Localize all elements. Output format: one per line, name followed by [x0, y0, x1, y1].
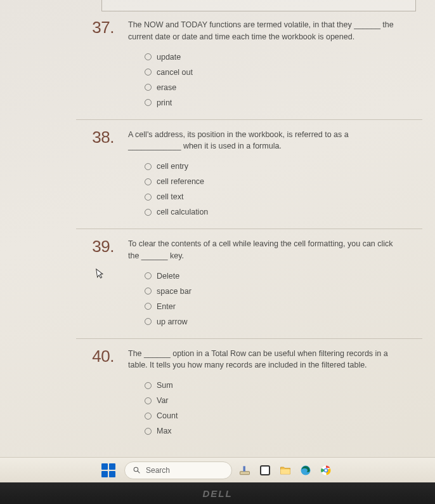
option[interactable]: Count: [145, 408, 403, 423]
option-label: Var: [157, 396, 169, 405]
option-label: erase: [157, 83, 176, 92]
option[interactable]: space bar: [145, 284, 403, 299]
option[interactable]: Enter: [145, 299, 403, 314]
svg-rect-3: [243, 466, 245, 471]
radio-icon: [145, 288, 152, 295]
radio-icon: [145, 272, 152, 279]
option[interactable]: Var: [145, 393, 403, 408]
search-icon: [133, 466, 141, 474]
option-label: Delete: [157, 272, 179, 281]
question-number: 39.: [76, 238, 114, 255]
option[interactable]: cancel out: [145, 65, 403, 80]
radio-icon: [145, 53, 152, 60]
options-group: Sum Var Count Max: [128, 378, 403, 439]
option-label: Max: [157, 427, 172, 435]
file-explorer-icon[interactable]: [278, 463, 293, 478]
option-label: Sum: [157, 381, 173, 390]
option[interactable]: cell entry: [145, 159, 403, 174]
radio-icon: [145, 178, 152, 185]
question-prompt: The NOW and TODAY functions are termed v…: [128, 19, 403, 43]
question-prompt: To clear the contents of a cell while le…: [128, 238, 403, 262]
radio-icon: [145, 303, 152, 310]
question-prompt: The ______ option in a Total Row can be …: [128, 348, 403, 372]
question-38: 38. A cell's address, its position in th…: [76, 120, 422, 230]
option-label: Count: [157, 411, 178, 420]
radio-icon: [145, 382, 152, 389]
option[interactable]: erase: [145, 80, 403, 95]
question-39: 39. To clear the contents of a cell whil…: [76, 229, 422, 339]
radio-icon: [145, 428, 152, 435]
svg-line-1: [138, 471, 140, 473]
svg-rect-2: [240, 471, 250, 474]
option[interactable]: cell text: [145, 189, 403, 204]
taskbar-app-icon[interactable]: [237, 463, 252, 478]
option-label: cancel out: [157, 68, 193, 77]
question-number: 40.: [76, 348, 114, 364]
options-group: Delete space bar Enter up arrow: [128, 269, 403, 329]
chrome-browser-icon[interactable]: [318, 463, 334, 478]
screen-area: 37. The NOW and TODAY functions are term…: [0, 0, 435, 482]
question-number: 37.: [76, 19, 114, 36]
option[interactable]: update: [145, 50, 403, 65]
radio-icon: [145, 318, 152, 325]
radio-icon: [145, 69, 152, 76]
partial-box-fragment: [101, 0, 416, 11]
option[interactable]: up arrow: [145, 314, 403, 329]
taskbar: Search: [0, 457, 435, 482]
option[interactable]: cell calculation: [145, 204, 403, 220]
question-body: A cell's address, its position in the wo…: [128, 129, 422, 220]
radio-icon: [145, 397, 152, 404]
taskbar-app-icon[interactable]: [257, 463, 273, 478]
radio-icon: [145, 99, 152, 106]
option[interactable]: Max: [145, 423, 403, 439]
radio-icon: [145, 413, 152, 420]
taskbar-search[interactable]: Search: [124, 461, 232, 479]
option-label: print: [157, 98, 172, 107]
edge-browser-icon[interactable]: [298, 463, 313, 478]
option-label: cell reference: [157, 177, 204, 186]
question-37: 37. The NOW and TODAY functions are term…: [76, 19, 422, 120]
question-40: 40. The ______ option in a Total Row can…: [76, 339, 422, 448]
radio-icon: [145, 163, 152, 170]
option[interactable]: cell reference: [145, 174, 403, 189]
question-body: To clear the contents of a cell while le…: [128, 238, 422, 329]
laptop-bezel: DELL: [0, 482, 435, 504]
options-group: cell entry cell reference cell text cell…: [128, 159, 403, 220]
option-label: up arrow: [157, 317, 188, 326]
radio-icon: [145, 209, 152, 216]
start-button[interactable]: [101, 463, 115, 477]
question-prompt: A cell's address, its position in the wo…: [128, 129, 403, 153]
option-label: cell entry: [157, 162, 188, 171]
quiz-container: 37. The NOW and TODAY functions are term…: [76, 19, 422, 451]
question-body: The ______ option in a Total Row can be …: [128, 348, 422, 439]
brand-logo: DELL: [202, 488, 232, 499]
option-label: cell text: [157, 192, 183, 201]
svg-point-0: [134, 467, 138, 472]
question-number: 38.: [76, 129, 114, 145]
option[interactable]: print: [145, 95, 403, 110]
option-label: Enter: [157, 302, 176, 311]
option-label: space bar: [157, 287, 192, 296]
mouse-cursor-icon: [96, 267, 107, 282]
search-placeholder: Search: [146, 466, 170, 475]
svg-point-9: [325, 469, 327, 472]
option[interactable]: Sum: [145, 378, 403, 393]
question-body: The NOW and TODAY functions are termed v…: [128, 19, 422, 110]
svg-rect-4: [281, 469, 290, 474]
option-label: update: [157, 53, 181, 62]
option[interactable]: Delete: [145, 269, 403, 284]
radio-icon: [145, 194, 152, 201]
option-label: cell calculation: [157, 208, 208, 216]
options-group: update cancel out erase print: [128, 50, 403, 110]
radio-icon: [145, 84, 152, 91]
